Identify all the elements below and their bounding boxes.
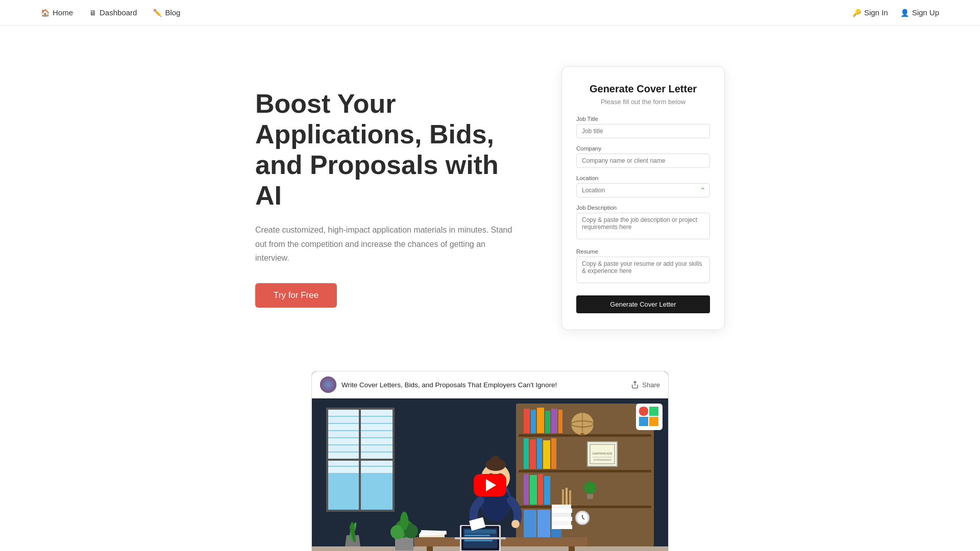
svg-rect-53: [587, 494, 593, 499]
svg-rect-102: [649, 407, 658, 416]
share-icon: [631, 381, 639, 389]
navbar: 🏠 Home 🖥 Dashboard ✏️ Blog 🔑 Sign In 👤 S…: [0, 0, 980, 26]
svg-rect-26: [531, 410, 536, 433]
svg-rect-70: [464, 540, 493, 541]
svg-rect-63: [569, 546, 575, 551]
svg-rect-35: [524, 438, 529, 469]
video-top-left: Write Cover Letters, Bids, and Proposals…: [320, 377, 557, 393]
svg-point-93: [511, 520, 520, 528]
svg-rect-101: [639, 407, 648, 416]
hero-section: Boost Your Applications, Bids, and Propo…: [184, 26, 796, 361]
svg-rect-80: [552, 505, 571, 509]
input-company[interactable]: [576, 154, 710, 168]
field-job-description: Job Description: [576, 205, 710, 241]
nav-signin[interactable]: 🔑 Sign In: [852, 8, 888, 17]
nav-home[interactable]: 🏠 Home: [41, 8, 73, 17]
svg-point-0: [320, 377, 336, 393]
hero-content: Boost Your Applications, Bids, and Propo…: [255, 89, 521, 308]
nav-blog-label: Blog: [165, 8, 180, 17]
svg-rect-28: [545, 411, 550, 433]
hero-subtitle: Create customized, high-impact applicati…: [255, 223, 521, 265]
nav-home-label: Home: [53, 8, 73, 17]
svg-rect-38: [543, 440, 550, 469]
nav-right: 🔑 Sign In 👤 Sign Up: [852, 8, 939, 17]
label-resume: Resume: [576, 248, 710, 255]
svg-rect-23: [519, 470, 651, 472]
input-job-title[interactable]: [576, 124, 710, 138]
nav-signin-label: Sign In: [864, 8, 888, 17]
play-triangle-icon: [486, 479, 496, 491]
video-section: Write Cover Letters, Bids, and Proposals…: [311, 371, 669, 551]
share-button[interactable]: Share: [631, 381, 660, 389]
input-job-description[interactable]: [576, 213, 710, 239]
svg-rect-37: [537, 438, 542, 469]
svg-rect-30: [558, 410, 562, 433]
nav-signup-label: Sign Up: [912, 8, 939, 17]
input-location[interactable]: [576, 183, 710, 197]
play-button[interactable]: [474, 474, 506, 496]
svg-point-85: [491, 456, 501, 466]
chevron-up-icon: ⌃: [700, 186, 706, 194]
video-wrapper: Write Cover Letters, Bids, and Proposals…: [311, 371, 669, 551]
label-location: Location: [576, 175, 710, 181]
share-label: Share: [642, 381, 660, 389]
svg-rect-36: [530, 439, 536, 469]
svg-point-99: [400, 512, 408, 530]
channel-avatar: [320, 377, 336, 393]
svg-rect-103: [639, 417, 648, 426]
label-job-description: Job Description: [576, 205, 710, 211]
form-card-subtitle: Please fill out the form below: [576, 98, 710, 106]
nav-signup[interactable]: 👤 Sign Up: [900, 8, 939, 17]
svg-text:CERTIFICATE: CERTIFICATE: [593, 452, 612, 455]
blog-icon: ✏️: [153, 9, 162, 17]
form-card: Generate Cover Letter Please fill out th…: [561, 66, 725, 330]
dashboard-icon: 🖥: [89, 9, 96, 17]
svg-rect-51: [569, 490, 571, 505]
svg-rect-50: [566, 488, 568, 505]
svg-rect-48: [544, 476, 550, 505]
svg-rect-49: [562, 489, 564, 505]
svg-rect-45: [524, 474, 529, 505]
svg-rect-79: [552, 509, 572, 513]
svg-rect-71: [455, 537, 506, 539]
location-input-wrap: ⌃: [576, 183, 710, 197]
svg-rect-67: [464, 530, 496, 534]
svg-rect-25: [524, 409, 530, 433]
svg-point-52: [584, 482, 596, 494]
field-location: Location ⌃: [576, 175, 710, 197]
field-job-title: Job Title: [576, 116, 710, 138]
video-top-bar: Write Cover Letters, Bids, and Proposals…: [312, 371, 668, 398]
svg-rect-29: [551, 409, 557, 433]
svg-rect-75: [552, 525, 572, 529]
field-company: Company: [576, 145, 710, 168]
form-card-wrapper: Generate Cover Letter Please fill out th…: [561, 66, 725, 330]
nav-dashboard[interactable]: 🖥 Dashboard: [89, 8, 137, 17]
svg-rect-27: [537, 408, 544, 433]
field-resume: Resume: [576, 248, 710, 285]
generate-button[interactable]: Generate Cover Letter: [576, 295, 710, 313]
svg-rect-39: [551, 438, 556, 469]
svg-rect-16: [328, 459, 393, 461]
svg-rect-34: [580, 433, 584, 435]
hero-title: Boost Your Applications, Bids, and Propo…: [255, 89, 521, 211]
svg-rect-77: [552, 517, 572, 521]
svg-rect-47: [538, 474, 543, 505]
svg-rect-78: [552, 513, 571, 517]
nav-blog[interactable]: ✏️ Blog: [153, 8, 180, 17]
svg-rect-62: [427, 546, 433, 551]
nav-dashboard-label: Dashboard: [100, 8, 137, 17]
video-title: Write Cover Letters, Bids, and Proposals…: [341, 381, 557, 389]
form-card-title: Generate Cover Letter: [576, 83, 710, 95]
label-job-title: Job Title: [576, 116, 710, 122]
signin-icon: 🔑: [852, 9, 861, 17]
nav-left: 🏠 Home 🖥 Dashboard ✏️ Blog: [41, 8, 180, 17]
svg-rect-24: [519, 506, 651, 508]
svg-rect-104: [649, 417, 658, 426]
home-icon: 🏠: [41, 9, 50, 17]
label-company: Company: [576, 145, 710, 152]
video-thumbnail[interactable]: CERTIFICATE of Achievement: [312, 398, 668, 551]
cta-button[interactable]: Try for Free: [255, 283, 337, 308]
input-resume[interactable]: [576, 257, 710, 283]
svg-text:of Achievement: of Achievement: [594, 458, 611, 461]
signup-icon: 👤: [900, 9, 909, 17]
